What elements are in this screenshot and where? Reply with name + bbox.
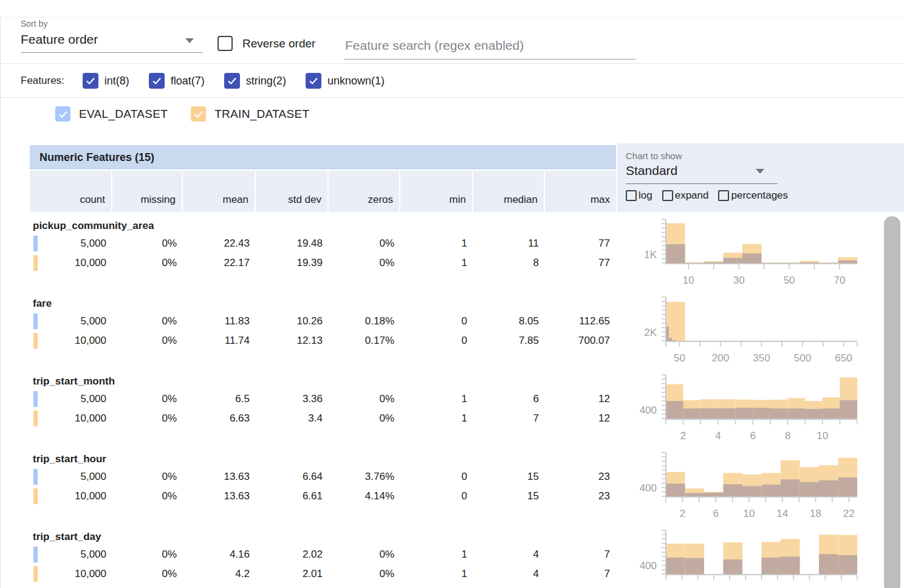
feature-type-checkbox[interactable] [306, 73, 321, 89]
value-cell: 12 [545, 393, 616, 405]
feature-search-input[interactable] [344, 36, 635, 60]
features-label: Features: [21, 75, 64, 87]
value-cell: 0% [112, 315, 183, 327]
value-cell: 0% [112, 335, 183, 347]
value-cell: 5,000 [39, 549, 112, 561]
value-cell: 3.4 [256, 412, 329, 425]
table-column-headers: countmissingmeanstd devzerosminmedianmax [30, 171, 616, 212]
dataset-label: EVAL_DATASET [79, 108, 168, 121]
stats-row: 5,0000%13.636.643.76%01523 [30, 467, 616, 487]
value-cell: 13.63 [183, 471, 256, 483]
value-cell: 10,000 [39, 568, 112, 580]
svg-text:70: 70 [834, 275, 846, 286]
value-cell: 2.01 [256, 568, 329, 580]
value-cell: 2.02 [256, 549, 329, 561]
feature-stats: trip_start_month5,0000%6.53.360%161210,0… [30, 374, 616, 448]
svg-text:200: 200 [712, 352, 729, 364]
svg-text:10: 10 [744, 508, 755, 519]
value-cell: 0% [329, 238, 400, 250]
feature-type-checkbox[interactable] [149, 73, 165, 89]
value-cell: 0% [112, 393, 183, 405]
svg-text:1K: 1K [644, 249, 657, 261]
value-cell: 4.2 [183, 568, 256, 580]
value-cell: 10,000 [39, 335, 112, 347]
stats-row: 10,0000%22.1719.390%1877 [30, 253, 616, 273]
value-cell: 77 [545, 238, 616, 250]
svg-text:400: 400 [640, 560, 657, 572]
feature-type-label: float(7) [171, 75, 205, 87]
value-cell: 4 [473, 568, 545, 580]
feature-name: trip_start_month [30, 374, 616, 389]
feature-block: fare5,0000%11.8310.260.18%08.05112.6510,… [30, 292, 880, 370]
train-dataset-checkbox[interactable] [191, 106, 206, 121]
sort-by-dropdown[interactable]: Sort by Feature order [21, 19, 202, 53]
value-cell: 15 [473, 490, 545, 502]
value-cell: 6.61 [256, 490, 329, 502]
value-cell: 1 [400, 568, 473, 580]
svg-text:10: 10 [817, 430, 828, 442]
value-cell: 6.5 [183, 393, 256, 405]
value-cell: 0% [329, 257, 400, 269]
value-cell: 0.17% [329, 335, 400, 347]
reverse-order-checkbox[interactable] [217, 36, 233, 51]
value-cell: 0 [400, 471, 473, 483]
value-cell: 0% [329, 549, 400, 561]
dataset-toggle: TRAIN_DATASET [191, 106, 309, 121]
svg-text:6: 6 [750, 430, 755, 442]
feature-name: pickup_community_area [30, 218, 616, 234]
features-filter-bar: Features: int(8)float(7)string(2)unknown… [1, 64, 904, 98]
svg-text:18: 18 [810, 508, 821, 519]
svg-text:50: 50 [674, 352, 685, 364]
eval-dataset-checkbox[interactable] [55, 106, 70, 121]
feature-type-label: string(2) [246, 75, 286, 87]
chevron-down-icon [756, 169, 764, 174]
vertical-scrollbar[interactable] [884, 216, 900, 588]
svg-text:4: 4 [715, 430, 721, 442]
value-cell: 1 [400, 257, 473, 269]
value-cell: 19.39 [256, 257, 329, 269]
percentages-checkbox[interactable] [718, 190, 729, 201]
value-cell: 7 [545, 549, 616, 561]
svg-text:30: 30 [733, 275, 745, 286]
value-cell: 3.36 [256, 393, 329, 405]
column-header: median [473, 171, 545, 212]
column-header: missing [112, 171, 183, 212]
value-cell: 1 [400, 238, 473, 250]
value-cell: 10,000 [39, 490, 112, 502]
chart-to-show-dropdown[interactable]: Standard [626, 163, 778, 184]
column-header: min [400, 171, 473, 212]
feature-type-checkbox[interactable] [224, 73, 240, 89]
feature-block: trip_start_month5,0000%6.53.360%161210,0… [30, 370, 880, 448]
svg-text:8: 8 [785, 430, 790, 442]
value-cell: 4 [473, 549, 545, 561]
feature-name: trip_start_hour [30, 451, 616, 467]
histogram-chart[interactable]: 1K10305070 [620, 218, 863, 292]
value-cell: 22.17 [183, 257, 256, 269]
histogram-chart[interactable]: 2K50200350500650 [620, 296, 863, 370]
scrollbar-thumb[interactable] [884, 216, 900, 588]
feature-stats: trip_start_day5,0000%4.162.020%14710,000… [30, 529, 616, 588]
histogram-chart[interactable]: 400 [620, 529, 863, 588]
feature-type-checkbox[interactable] [83, 73, 98, 89]
chart-controls-panel: Chart to show Standard logexpandpercenta… [617, 143, 904, 212]
value-cell: 0% [112, 549, 183, 561]
feature-type-label: int(8) [104, 75, 129, 87]
value-cell: 5,000 [39, 393, 112, 405]
value-cell: 10.26 [256, 315, 329, 327]
chart-to-show-value: Standard [626, 163, 677, 177]
value-cell: 5,000 [39, 471, 112, 483]
value-cell: 0.18% [329, 315, 400, 327]
eval-swatch [33, 547, 38, 562]
histogram-chart[interactable]: 4002610141822 [620, 451, 863, 525]
histogram-chart[interactable]: 400246810 [620, 374, 863, 448]
value-cell: 8.05 [473, 315, 545, 327]
train-swatch [33, 488, 38, 504]
expand-checkbox[interactable] [662, 190, 673, 201]
value-cell: 0 [400, 315, 473, 327]
value-cell: 3.76% [329, 471, 400, 483]
value-cell: 112.65 [545, 315, 616, 327]
facets-overview-panel: Sort by Feature order Reverse order Feat… [0, 17, 904, 588]
svg-text:500: 500 [794, 352, 811, 364]
log-checkbox[interactable] [626, 190, 637, 201]
stats-row: 10,0000%4.22.010%147 [30, 564, 616, 584]
